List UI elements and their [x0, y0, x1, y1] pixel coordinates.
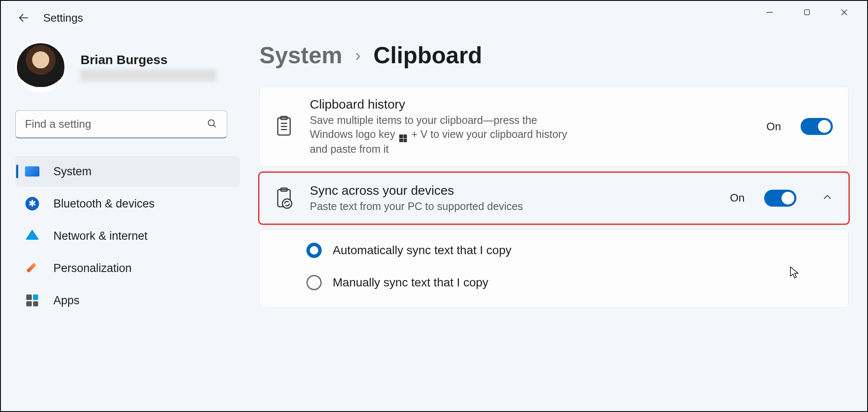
wifi-icon [24, 227, 41, 244]
nav: System ✱ Bluetooth & devices Network & i… [15, 156, 240, 316]
search-box[interactable] [15, 110, 227, 138]
nav-label: Personalization [53, 262, 132, 275]
nav-label: Apps [53, 294, 80, 307]
nav-item-personalization[interactable]: Personalization [15, 253, 240, 283]
main-content: System › Clipboard Clipboard history Sav… [259, 42, 853, 316]
nav-item-bluetooth[interactable]: ✱ Bluetooth & devices [15, 188, 240, 219]
breadcrumb: System › Clipboard [259, 42, 849, 69]
back-button[interactable] [16, 10, 31, 25]
sync-options-panel: Automatically sync text that I copy Manu… [259, 230, 849, 308]
close-button[interactable] [832, 4, 857, 20]
avatar [15, 42, 66, 92]
clipboard-history-toggle[interactable] [801, 118, 833, 135]
sync-devices-toggle[interactable] [764, 190, 796, 207]
breadcrumb-current: Clipboard [373, 42, 482, 69]
nav-label: System [53, 165, 92, 178]
radio-manual-sync[interactable]: Manually sync text that I copy [306, 275, 833, 290]
radio-auto-sync[interactable]: Automatically sync text that I copy [306, 243, 833, 258]
app-title: Settings [43, 11, 83, 25]
system-icon [24, 163, 41, 180]
svg-line-6 [213, 125, 215, 127]
profile-email-blurred [81, 70, 216, 81]
maximize-button[interactable] [795, 4, 819, 20]
card-title: Sync across your devices [310, 183, 715, 198]
search-icon [206, 118, 217, 131]
card-sync-devices[interactable]: Sync across your devices Paste text from… [259, 173, 849, 224]
radio-label: Automatically sync text that I copy [333, 244, 512, 257]
sidebar: Brian Burgess System ✱ Bluetooth & devic… [15, 42, 240, 316]
windows-logo-icon [399, 135, 407, 142]
card-description: Save multiple items to your clipboard—pr… [310, 113, 573, 156]
chevron-up-icon[interactable] [822, 192, 833, 205]
toggle-state-label: On [730, 191, 745, 205]
breadcrumb-parent[interactable]: System [259, 42, 342, 69]
window-controls [757, 1, 867, 20]
brush-icon [24, 260, 41, 277]
toggle-state-label: On [766, 120, 781, 133]
svg-point-5 [208, 120, 214, 126]
search-input[interactable] [25, 118, 206, 131]
profile-block[interactable]: Brian Burgess [15, 42, 240, 92]
card-title: Clipboard history [310, 97, 752, 112]
svg-point-14 [282, 199, 292, 208]
profile-name: Brian Burgess [81, 53, 216, 67]
bluetooth-icon: ✱ [24, 195, 41, 212]
apps-icon [24, 292, 41, 309]
nav-label: Network & internet [53, 230, 147, 243]
radio-label: Manually sync text that I copy [333, 276, 488, 289]
clipboard-sync-icon [273, 187, 295, 210]
clipboard-icon [273, 115, 295, 138]
nav-item-apps[interactable]: Apps [15, 285, 240, 316]
nav-label: Bluetooth & devices [53, 197, 155, 210]
card-description: Paste text from your PC to supported dev… [310, 199, 573, 213]
card-clipboard-history[interactable]: Clipboard history Save multiple items to… [259, 87, 849, 167]
header: Settings [1, 1, 867, 25]
minimize-button[interactable] [757, 4, 782, 20]
radio-icon [306, 243, 322, 258]
nav-item-system[interactable]: System [15, 156, 240, 187]
radio-icon [306, 275, 322, 290]
nav-item-network[interactable]: Network & internet [15, 221, 240, 251]
svg-rect-1 [804, 10, 810, 15]
chevron-right-icon: › [355, 46, 361, 65]
